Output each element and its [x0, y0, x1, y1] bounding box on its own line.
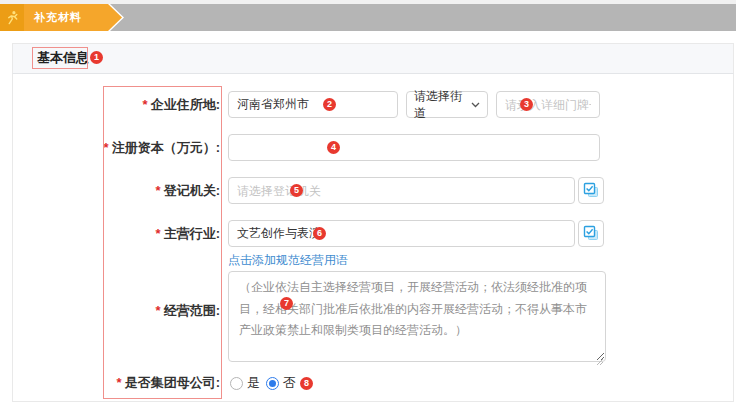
add-standard-terms-link[interactable]: 点击添加规范经营用语 — [228, 252, 348, 269]
required-marker: * — [143, 97, 148, 112]
industry-input[interactable] — [228, 220, 575, 247]
required-marker: * — [156, 183, 161, 198]
required-marker: * — [156, 226, 161, 241]
address-city-input[interactable] — [228, 91, 398, 118]
resize-grip-icon[interactable] — [596, 352, 604, 370]
chevron-down-icon — [471, 102, 480, 108]
radio-yes-label[interactable]: 是 — [247, 371, 260, 395]
scope-textarea[interactable] — [228, 271, 606, 362]
checkbox-stack-icon — [583, 182, 600, 199]
required-marker: * — [104, 140, 109, 155]
required-marker: * — [117, 375, 122, 390]
breadcrumb-step-label: 补充材料 — [34, 4, 82, 31]
radio-no-label[interactable]: 否 — [283, 371, 296, 395]
industry-picker-button[interactable] — [578, 220, 604, 247]
street-select-value: 请选择街道 — [414, 88, 471, 122]
required-marker: * — [156, 303, 161, 318]
capital-label: *注册资本（万元）: — [60, 134, 220, 161]
top-strip — [0, 0, 736, 4]
section-header-bar — [12, 43, 734, 74]
section-title: 基本信息 — [37, 49, 89, 67]
authority-picker-button[interactable] — [578, 177, 604, 204]
checkbox-stack-icon — [583, 225, 600, 242]
industry-label: *主营行业: — [60, 220, 220, 247]
address-detail-input[interactable] — [496, 91, 600, 118]
authority-label: *登记机关: — [60, 177, 220, 204]
address-label: *企业住所地: — [60, 91, 220, 118]
group-label: *是否集团母公司: — [60, 371, 220, 395]
authority-input[interactable] — [228, 177, 575, 204]
breadcrumb-step-supplementary[interactable]: 补充材料 — [0, 4, 124, 31]
capital-input[interactable] — [228, 134, 600, 161]
radio-no[interactable] — [266, 377, 279, 390]
scope-label: *经营范围: — [60, 297, 220, 324]
street-select[interactable]: 请选择街道 — [406, 91, 488, 118]
radio-yes[interactable] — [230, 377, 243, 390]
breadcrumb-remaining-bar — [110, 4, 736, 31]
running-person-icon — [0, 4, 24, 31]
